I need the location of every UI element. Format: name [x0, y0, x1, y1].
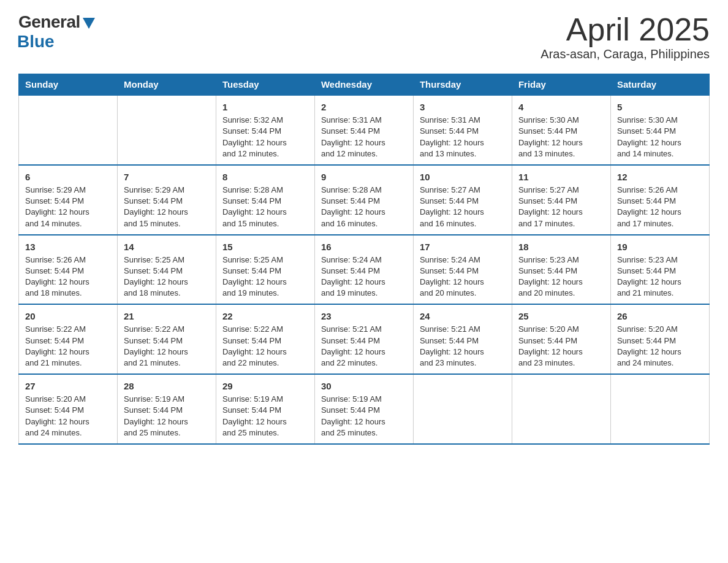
calendar-cell: 23Sunrise: 5:21 AM Sunset: 5:44 PM Dayli…: [314, 304, 413, 374]
calendar-cell: [610, 374, 709, 444]
day-info: Sunrise: 5:19 AM Sunset: 5:44 PM Dayligh…: [124, 394, 210, 439]
logo: General Blue: [18, 12, 95, 52]
week-row-2: 6Sunrise: 5:29 AM Sunset: 5:44 PM Daylig…: [19, 165, 710, 235]
week-row-3: 13Sunrise: 5:26 AM Sunset: 5:44 PM Dayli…: [19, 235, 710, 305]
day-info: Sunrise: 5:30 AM Sunset: 5:44 PM Dayligh…: [518, 115, 604, 159]
week-row-1: 1Sunrise: 5:32 AM Sunset: 5:44 PM Daylig…: [19, 95, 710, 165]
calendar-cell: 5Sunrise: 5:30 AM Sunset: 5:44 PM Daylig…: [610, 95, 709, 165]
day-number: 24: [420, 310, 506, 323]
calendar-cell: 30Sunrise: 5:19 AM Sunset: 5:44 PM Dayli…: [314, 374, 413, 444]
day-info: Sunrise: 5:22 AM Sunset: 5:44 PM Dayligh…: [25, 324, 111, 369]
day-number: 23: [321, 310, 407, 323]
calendar-cell: 21Sunrise: 5:22 AM Sunset: 5:44 PM Dayli…: [117, 304, 216, 374]
day-info: Sunrise: 5:24 AM Sunset: 5:44 PM Dayligh…: [321, 255, 407, 299]
week-row-5: 27Sunrise: 5:20 AM Sunset: 5:44 PM Dayli…: [19, 374, 710, 444]
day-number: 9: [321, 170, 407, 183]
calendar-cell: 25Sunrise: 5:20 AM Sunset: 5:44 PM Dayli…: [512, 304, 610, 374]
header-day-wednesday: Wednesday: [314, 74, 413, 96]
day-number: 6: [25, 170, 111, 183]
calendar-cell: 12Sunrise: 5:26 AM Sunset: 5:44 PM Dayli…: [610, 165, 709, 235]
calendar-cell: 7Sunrise: 5:29 AM Sunset: 5:44 PM Daylig…: [117, 165, 216, 235]
logo-blue-text: Blue: [17, 32, 55, 52]
calendar-cell: 24Sunrise: 5:21 AM Sunset: 5:44 PM Dayli…: [413, 304, 512, 374]
day-number: 17: [420, 240, 506, 253]
calendar-cell: 9Sunrise: 5:28 AM Sunset: 5:44 PM Daylig…: [314, 165, 413, 235]
day-info: Sunrise: 5:29 AM Sunset: 5:44 PM Dayligh…: [124, 185, 210, 229]
day-number: 5: [617, 101, 703, 113]
logo-general-text: General: [18, 12, 80, 32]
day-info: Sunrise: 5:21 AM Sunset: 5:44 PM Dayligh…: [321, 324, 407, 369]
month-title: April 2025: [540, 12, 710, 47]
day-info: Sunrise: 5:20 AM Sunset: 5:44 PM Dayligh…: [617, 324, 703, 369]
day-number: 26: [617, 310, 703, 323]
calendar-cell: 10Sunrise: 5:27 AM Sunset: 5:44 PM Dayli…: [413, 165, 512, 235]
calendar-cell: 14Sunrise: 5:25 AM Sunset: 5:44 PM Dayli…: [117, 235, 216, 305]
day-number: 3: [420, 101, 506, 113]
calendar-cell: 22Sunrise: 5:22 AM Sunset: 5:44 PM Dayli…: [216, 304, 314, 374]
day-number: 11: [518, 170, 604, 183]
day-number: 14: [124, 240, 210, 253]
day-info: Sunrise: 5:29 AM Sunset: 5:44 PM Dayligh…: [25, 185, 111, 229]
day-number: 25: [518, 310, 604, 323]
day-info: Sunrise: 5:28 AM Sunset: 5:44 PM Dayligh…: [321, 185, 407, 229]
day-info: Sunrise: 5:25 AM Sunset: 5:44 PM Dayligh…: [222, 255, 308, 299]
day-number: 22: [222, 310, 308, 323]
calendar-cell: [117, 95, 216, 165]
day-info: Sunrise: 5:22 AM Sunset: 5:44 PM Dayligh…: [124, 324, 210, 369]
day-number: 27: [25, 380, 111, 393]
day-number: 15: [222, 240, 308, 253]
calendar-cell: 27Sunrise: 5:20 AM Sunset: 5:44 PM Dayli…: [19, 374, 118, 444]
day-info: Sunrise: 5:22 AM Sunset: 5:44 PM Dayligh…: [222, 324, 308, 369]
day-number: 7: [124, 170, 210, 183]
calendar-cell: [19, 95, 118, 165]
calendar-cell: 2Sunrise: 5:31 AM Sunset: 5:44 PM Daylig…: [314, 95, 413, 165]
day-info: Sunrise: 5:19 AM Sunset: 5:44 PM Dayligh…: [222, 394, 308, 439]
day-info: Sunrise: 5:27 AM Sunset: 5:44 PM Dayligh…: [420, 185, 506, 229]
day-number: 20: [25, 310, 111, 323]
day-info: Sunrise: 5:31 AM Sunset: 5:44 PM Dayligh…: [420, 115, 506, 159]
calendar-cell: 3Sunrise: 5:31 AM Sunset: 5:44 PM Daylig…: [413, 95, 512, 165]
day-info: Sunrise: 5:25 AM Sunset: 5:44 PM Dayligh…: [124, 255, 210, 299]
day-number: 12: [617, 170, 703, 183]
location-title: Aras-asan, Caraga, Philippines: [540, 47, 710, 61]
day-info: Sunrise: 5:20 AM Sunset: 5:44 PM Dayligh…: [25, 394, 111, 439]
day-number: 18: [518, 240, 604, 253]
day-info: Sunrise: 5:19 AM Sunset: 5:44 PM Dayligh…: [321, 394, 407, 439]
day-number: 21: [124, 310, 210, 323]
calendar-table: SundayMondayTuesdayWednesdayThursdayFrid…: [18, 74, 710, 445]
day-number: 4: [518, 101, 604, 113]
calendar-header: SundayMondayTuesdayWednesdayThursdayFrid…: [19, 74, 710, 96]
day-number: 19: [617, 240, 703, 253]
calendar-cell: 28Sunrise: 5:19 AM Sunset: 5:44 PM Dayli…: [117, 374, 216, 444]
title-block: April 2025 Aras-asan, Caraga, Philippine…: [540, 12, 710, 61]
calendar-cell: 11Sunrise: 5:27 AM Sunset: 5:44 PM Dayli…: [512, 165, 610, 235]
calendar-cell: 19Sunrise: 5:23 AM Sunset: 5:44 PM Dayli…: [610, 235, 709, 305]
calendar-cell: 26Sunrise: 5:20 AM Sunset: 5:44 PM Dayli…: [610, 304, 709, 374]
page-header: General Blue April 2025 Aras-asan, Carag…: [18, 12, 710, 61]
header-day-tuesday: Tuesday: [216, 74, 314, 96]
calendar-cell: 29Sunrise: 5:19 AM Sunset: 5:44 PM Dayli…: [216, 374, 314, 444]
day-info: Sunrise: 5:23 AM Sunset: 5:44 PM Dayligh…: [518, 255, 604, 299]
day-info: Sunrise: 5:31 AM Sunset: 5:44 PM Dayligh…: [321, 115, 407, 159]
day-info: Sunrise: 5:28 AM Sunset: 5:44 PM Dayligh…: [222, 185, 308, 229]
day-number: 30: [321, 380, 407, 393]
header-row: SundayMondayTuesdayWednesdayThursdayFrid…: [19, 74, 710, 96]
calendar-cell: 4Sunrise: 5:30 AM Sunset: 5:44 PM Daylig…: [512, 95, 610, 165]
day-number: 10: [420, 170, 506, 183]
calendar-cell: [512, 374, 610, 444]
calendar-body: 1Sunrise: 5:32 AM Sunset: 5:44 PM Daylig…: [19, 95, 710, 444]
day-number: 8: [222, 170, 308, 183]
day-number: 2: [321, 101, 407, 113]
day-info: Sunrise: 5:20 AM Sunset: 5:44 PM Dayligh…: [518, 324, 604, 369]
header-day-saturday: Saturday: [610, 74, 709, 96]
calendar-cell: 15Sunrise: 5:25 AM Sunset: 5:44 PM Dayli…: [216, 235, 314, 305]
day-info: Sunrise: 5:26 AM Sunset: 5:44 PM Dayligh…: [617, 185, 703, 229]
day-info: Sunrise: 5:30 AM Sunset: 5:44 PM Dayligh…: [617, 115, 703, 159]
header-day-sunday: Sunday: [19, 74, 118, 96]
day-info: Sunrise: 5:24 AM Sunset: 5:44 PM Dayligh…: [420, 255, 506, 299]
calendar-cell: 20Sunrise: 5:22 AM Sunset: 5:44 PM Dayli…: [19, 304, 118, 374]
calendar-cell: 6Sunrise: 5:29 AM Sunset: 5:44 PM Daylig…: [19, 165, 118, 235]
header-day-thursday: Thursday: [413, 74, 512, 96]
day-info: Sunrise: 5:21 AM Sunset: 5:44 PM Dayligh…: [420, 324, 506, 369]
day-info: Sunrise: 5:26 AM Sunset: 5:44 PM Dayligh…: [25, 255, 111, 299]
